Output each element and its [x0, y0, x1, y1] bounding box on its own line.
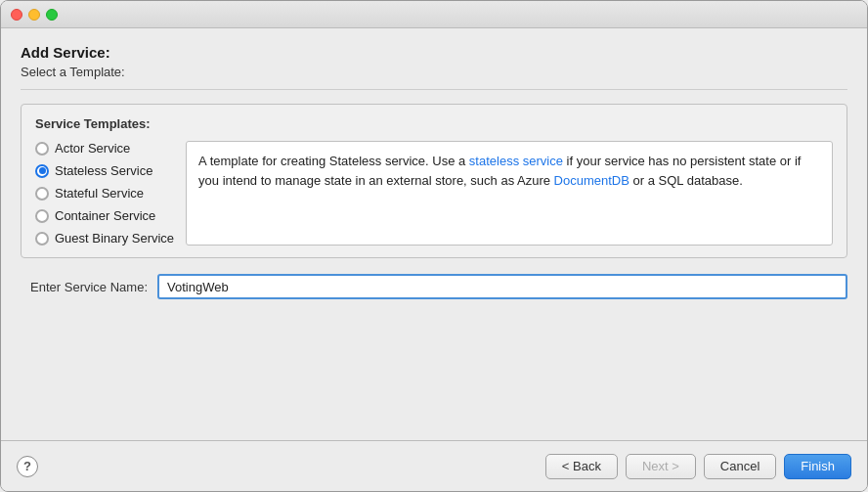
desc-link-stateless[interactable]: stateless service [469, 154, 563, 168]
radio-guest-binary[interactable] [35, 232, 49, 246]
dialog-title: Add Service: [21, 44, 847, 61]
service-name-label: Enter Service Name: [21, 280, 148, 294]
finish-button[interactable]: Finish [784, 454, 851, 479]
service-templates-box: Service Templates: Actor Service Statele… [21, 104, 847, 258]
radio-label-stateful: Stateful Service [55, 186, 144, 201]
desc-link-documentdb[interactable]: DocumentDB [554, 173, 629, 188]
radio-item-stateful[interactable]: Stateful Service [35, 186, 174, 201]
radio-container[interactable] [35, 209, 49, 223]
help-icon: ? [23, 459, 31, 473]
bottom-bar: ? < Back Next > Cancel Finish [1, 440, 867, 491]
help-button[interactable]: ? [17, 456, 38, 477]
cancel-button[interactable]: Cancel [704, 454, 776, 479]
radio-label-actor: Actor Service [55, 141, 130, 156]
minimize-button[interactable] [28, 9, 40, 21]
bottom-left: ? [17, 456, 38, 477]
radio-item-actor[interactable]: Actor Service [35, 141, 174, 156]
radio-stateless[interactable] [35, 164, 49, 178]
radio-stateful[interactable] [35, 187, 49, 201]
radio-label-stateless: Stateless Service [55, 163, 152, 178]
main-window: Add Service: Select a Template: Service … [0, 0, 868, 492]
traffic-lights [11, 9, 58, 21]
back-button[interactable]: < Back [545, 454, 618, 479]
radio-label-guest-binary: Guest Binary Service [55, 231, 174, 246]
bottom-right: < Back Next > Cancel Finish [545, 454, 851, 479]
radio-item-guest-binary[interactable]: Guest Binary Service [35, 231, 174, 246]
title-bar [1, 1, 867, 28]
service-name-input[interactable] [157, 274, 847, 299]
service-name-row: Enter Service Name: [21, 274, 847, 299]
radio-label-container: Container Service [55, 208, 155, 223]
dialog-subtitle: Select a Template: [21, 65, 847, 90]
dialog-content: Add Service: Select a Template: Service … [1, 28, 867, 440]
radio-list: Actor Service Stateless Service Stateful… [35, 141, 186, 246]
radio-item-stateless[interactable]: Stateless Service [35, 163, 174, 178]
next-button[interactable]: Next > [626, 454, 696, 479]
section-label: Service Templates: [35, 116, 833, 131]
desc-text-end: or a SQL database. [629, 173, 743, 188]
radio-item-container[interactable]: Container Service [35, 208, 174, 223]
maximize-button[interactable] [46, 9, 58, 21]
close-button[interactable] [11, 9, 22, 21]
desc-text-before: A template for creating Stateless servic… [198, 154, 469, 168]
templates-inner: Actor Service Stateless Service Stateful… [35, 141, 833, 246]
radio-actor[interactable] [35, 142, 49, 156]
description-box: A template for creating Stateless servic… [186, 141, 833, 246]
